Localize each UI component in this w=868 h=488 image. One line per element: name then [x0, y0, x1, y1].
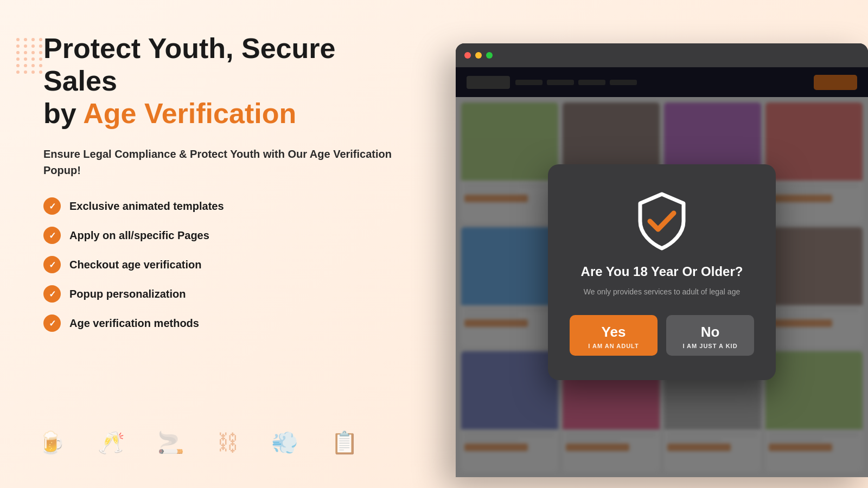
- feature-label-4: Popup personalization: [69, 288, 186, 300]
- no-button[interactable]: No I AM JUST A KID: [666, 315, 754, 356]
- dot-grid: [16, 38, 43, 74]
- age-popup-overlay: Are You 18 Year Or Older? We only provid…: [456, 67, 868, 477]
- age-verification-popup: Are You 18 Year Or Older? We only provid…: [548, 164, 776, 380]
- features-list: Exclusive animated templates Apply on al…: [43, 197, 412, 332]
- browser-close-btn[interactable]: [464, 52, 471, 59]
- yes-button-sub-label: I AM AN ADULT: [588, 343, 639, 349]
- category-icons-row: 🍺 🥂 🚬 ⛓ 💨 📋: [38, 430, 358, 455]
- feature-label-5: Age verification methods: [69, 317, 199, 330]
- feature-item-2: Apply on all/specific Pages: [43, 227, 412, 244]
- feature-label-2: Apply on all/specific Pages: [69, 229, 209, 242]
- yes-button[interactable]: Yes I AM AN ADULT: [570, 315, 658, 356]
- check-icon-3: [43, 256, 61, 273]
- browser-mockup: Are You 18 Year Or Older? We only provid…: [456, 43, 868, 477]
- check-icon-5: [43, 314, 61, 332]
- feature-item-5: Age verification methods: [43, 314, 412, 332]
- feature-label-1: Exclusive animated templates: [69, 200, 224, 213]
- check-icon-1: [43, 197, 61, 215]
- popup-title: Are You 18 Year Or Older?: [581, 264, 743, 280]
- shield-icon-wrapper: [635, 191, 689, 251]
- wine-icon: 🥂: [98, 430, 125, 455]
- popup-subtitle: We only provides services to adult of le…: [584, 286, 740, 298]
- popup-buttons: Yes I AM AN ADULT No I AM JUST A KID: [570, 315, 754, 356]
- handcuffs-icon: ⛓: [217, 431, 239, 455]
- main-headline: Protect Youth, Secure Sales by Age Verif…: [43, 33, 412, 130]
- feature-item-1: Exclusive animated templates: [43, 197, 412, 215]
- smoke-icon: 💨: [271, 430, 298, 455]
- browser-maximize-btn[interactable]: [486, 52, 493, 59]
- no-button-main-label: No: [701, 324, 720, 341]
- feature-label-3: Checkout age verification: [69, 259, 201, 271]
- document-icon: 📋: [331, 430, 358, 455]
- smoking-icon: 🚬: [157, 430, 184, 455]
- feature-item-3: Checkout age verification: [43, 256, 412, 273]
- check-icon-2: [43, 227, 61, 244]
- check-icon-4: [43, 285, 61, 303]
- browser-bar: [456, 43, 868, 67]
- browser-minimize-btn[interactable]: [475, 52, 482, 59]
- left-panel: Protect Youth, Secure Sales by Age Verif…: [33, 33, 412, 332]
- yes-button-main-label: Yes: [602, 324, 626, 341]
- subtitle-text: Ensure Legal Compliance & Protect Youth …: [43, 146, 412, 178]
- beer-icon: 🍺: [38, 430, 65, 455]
- browser-content: Are You 18 Year Or Older? We only provid…: [456, 67, 868, 477]
- no-button-sub-label: I AM JUST A KID: [682, 343, 737, 349]
- feature-item-4: Popup personalization: [43, 285, 412, 303]
- shield-icon: [635, 191, 689, 251]
